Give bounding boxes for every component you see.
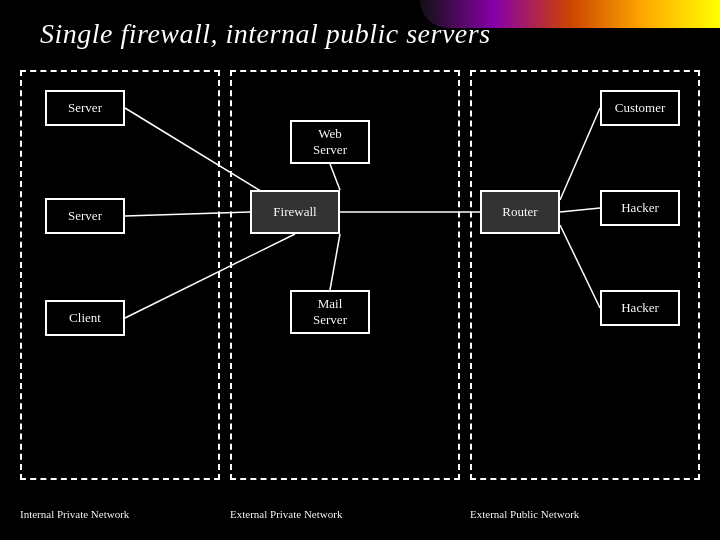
label-external-private: External Private Network bbox=[230, 508, 342, 520]
node-customer: Customer bbox=[600, 90, 680, 126]
label-internal: Internal Private Network bbox=[20, 508, 129, 520]
zone-internal bbox=[20, 70, 220, 480]
node-hacker-top: Hacker bbox=[600, 190, 680, 226]
diagram: Internal Private Network External Privat… bbox=[20, 70, 700, 520]
node-web-server: Web Server bbox=[290, 120, 370, 164]
node-server-mid: Server bbox=[45, 198, 125, 234]
zone-external-public bbox=[470, 70, 700, 480]
node-hacker-bottom: Hacker bbox=[600, 290, 680, 326]
node-server-top: Server bbox=[45, 90, 125, 126]
node-router: Router bbox=[480, 190, 560, 234]
node-firewall: Firewall bbox=[250, 190, 340, 234]
node-client: Client bbox=[45, 300, 125, 336]
label-external-public: External Public Network bbox=[470, 508, 579, 520]
page-title: Single firewall, internal public servers bbox=[40, 18, 491, 50]
node-mail-server: Mail Server bbox=[290, 290, 370, 334]
